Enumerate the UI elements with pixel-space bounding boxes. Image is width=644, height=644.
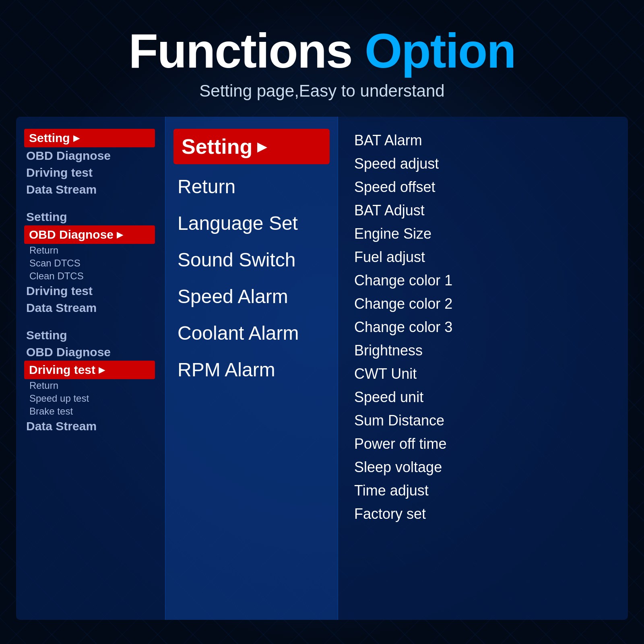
right-panel: BAT Alarm Speed adjust Speed offset BAT … [338,117,628,620]
right-item-color1[interactable]: Change color 1 [354,269,612,292]
right-item-time-adjust[interactable]: Time adjust [354,479,612,502]
main-content: Functions Option Setting page,Easy to un… [0,0,644,644]
left-section-1: Setting OBD Diagnose Driving test Data S… [26,129,155,198]
left-item-setting-1[interactable]: Setting [24,129,155,147]
right-item-bat-alarm[interactable]: BAT Alarm [354,129,612,152]
left-item-data-2[interactable]: Data Stream [26,299,155,316]
left-section-3: Setting OBD Diagnose Driving test Return… [26,327,155,435]
left-sub-speedup[interactable]: Speed up test [29,392,155,405]
left-item-obd-3[interactable]: OBD Diagnose [26,344,155,361]
right-item-speed-unit[interactable]: Speed unit [354,386,612,409]
left-sub-brake[interactable]: Brake test [29,405,155,418]
left-item-driving-2[interactable]: Driving test [26,283,155,299]
left-item-data-1[interactable]: Data Stream [26,181,155,198]
panels-container: Setting OBD Diagnose Driving test Data S… [16,117,628,644]
right-item-power-off[interactable]: Power off time [354,432,612,456]
right-item-sleep-voltage[interactable]: Sleep voltage [354,456,612,479]
left-sub-clean-dtcs[interactable]: Clean DTCS [29,270,155,283]
mid-item-sound[interactable]: Sound Switch [178,242,326,278]
left-item-setting-3[interactable]: Setting [26,327,155,344]
mid-item-language[interactable]: Language Set [178,205,326,242]
right-item-sum-distance[interactable]: Sum Distance [354,409,612,432]
left-item-setting-2[interactable]: Setting [26,208,155,225]
left-item-driving-1[interactable]: Driving test [26,164,155,181]
mid-item-rpm[interactable]: RPM Alarm [178,351,326,388]
left-item-driving-3-active[interactable]: Driving test [24,361,155,379]
spacer-1 [26,201,155,208]
left-section-2: Setting OBD Diagnose Return Scan DTCS Cl… [26,208,155,316]
left-sub-scan-dtcs[interactable]: Scan DTCS [29,257,155,270]
right-item-engine-size[interactable]: Engine Size [354,222,612,246]
left-item-data-3[interactable]: Data Stream [26,418,155,435]
right-item-speed-adjust[interactable]: Speed adjust [354,152,612,175]
mid-item-coolant[interactable]: Coolant Alarm [178,315,326,351]
right-item-bat-adjust[interactable]: BAT Adjust [354,199,612,222]
title-white: Functions [128,24,352,78]
right-item-brightness[interactable]: Brightness [354,339,612,362]
right-item-cwt-unit[interactable]: CWT Unit [354,362,612,386]
mid-item-return[interactable]: Return [178,168,326,205]
left-sub-return[interactable]: Return [29,244,155,257]
page-subtitle: Setting page,Easy to understand [128,81,515,101]
right-item-factory-set[interactable]: Factory set [354,502,612,526]
page-title: Functions Option [128,24,515,77]
header: Functions Option Setting page,Easy to un… [128,0,515,117]
right-item-color3[interactable]: Change color 3 [354,316,612,339]
left-item-obd-2-active[interactable]: OBD Diagnose [24,225,155,244]
left-sub-return-2[interactable]: Return [29,379,155,392]
right-item-color2[interactable]: Change color 2 [354,292,612,316]
title-blue: Option [365,24,516,78]
left-item-obd-1[interactable]: OBD Diagnose [26,147,155,164]
left-panel: Setting OBD Diagnose Driving test Data S… [16,117,165,620]
spacer-2 [26,320,155,327]
right-item-fuel-adjust[interactable]: Fuel adjust [354,246,612,269]
right-item-speed-offset[interactable]: Speed offset [354,175,612,199]
mid-item-speed-alarm[interactable]: Speed Alarm [178,278,326,315]
middle-panel: Setting Return Language Set Sound Switch… [165,117,338,620]
mid-item-setting[interactable]: Setting [173,129,330,164]
